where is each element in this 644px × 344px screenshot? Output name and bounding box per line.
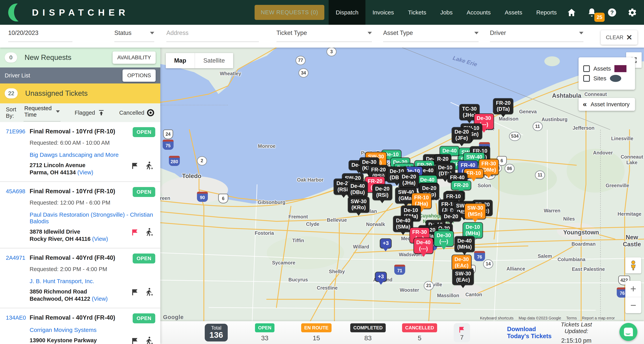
assets-checkbox[interactable] — [583, 65, 590, 72]
marker-label: De-10 — [404, 207, 418, 214]
marker-label: De-30 — [436, 232, 451, 239]
sites-checkbox[interactable] — [583, 75, 590, 82]
map-label-oak-harbor: Oak Harbor — [297, 177, 324, 183]
view-on-map-link[interactable]: (View) — [92, 296, 108, 302]
map-label-greenville: Greenville — [606, 183, 629, 188]
ticket-type-filter-select[interactable]: Ticket Type — [276, 30, 372, 42]
marker-label: FR-20 — [454, 182, 468, 189]
help-icon[interactable]: ? — [607, 8, 617, 18]
street-view-pegman[interactable] — [625, 257, 641, 273]
chat-widget-button[interactable] — [620, 323, 638, 341]
download-todays-tickets-link[interactable]: Download Today's Tickets — [507, 326, 557, 340]
map-marker-de-20[interactable]: De-20 — [442, 212, 461, 221]
ticket-customer-link[interactable]: Corrigan Moving Systems — [30, 327, 155, 333]
map-label-hermitage: Hermitage — [618, 211, 641, 217]
address-filter-input[interactable]: Address — [166, 30, 259, 42]
zoom-in-button[interactable]: + — [625, 281, 641, 297]
home-icon[interactable] — [566, 8, 576, 18]
tab-reports[interactable]: Reports — [529, 0, 564, 25]
map-marker-fr-20[interactable]: FR-20 — [452, 181, 471, 190]
attr-item[interactable]: Map data ©2023 Google — [518, 316, 561, 320]
map-marker-de-40[interactable]: De-40(MHa) — [455, 237, 474, 252]
tab-invoices[interactable]: Invoices — [366, 0, 401, 25]
driver-filter-select[interactable]: Driver — [490, 30, 584, 42]
ticket-row[interactable]: 134AE0Final Removal - 40Yrd (FR-40)OPENC… — [0, 308, 160, 344]
ticket-row[interactable]: 45A698Final Removal - 10Yrd (FR-10)OPENR… — [0, 182, 160, 248]
notifications-bell-icon[interactable]: 25 — [587, 8, 597, 18]
settings-gear-icon[interactable] — [627, 8, 638, 18]
satellite-view-button[interactable]: Satellite — [195, 53, 233, 68]
attr-item[interactable]: Report a map error — [582, 316, 615, 320]
map-marker-fr-10[interactable]: FR-10 — [464, 169, 483, 178]
ticket-row[interactable]: 71E996Final Removal - 10Yrd (FR-10)OPENR… — [0, 122, 160, 182]
tab-accounts[interactable]: Accounts — [460, 0, 498, 25]
sort-select[interactable]: Requested Time — [24, 104, 60, 121]
reassign-walk-button[interactable] — [145, 161, 154, 171]
ticket-flag-button[interactable] — [130, 161, 139, 171]
tab-tickets[interactable]: Tickets — [401, 0, 433, 25]
tab-jobs[interactable]: Jobs — [433, 0, 460, 25]
zoom-out-button[interactable]: − — [625, 297, 641, 313]
ticket-id-link[interactable]: 2A4971 — [6, 255, 30, 261]
reassign-walk-button[interactable] — [145, 287, 154, 297]
map-marker-sw-30[interactable]: SW-30(KRo) — [348, 197, 369, 212]
stat-cancelled: CANCELLED5 — [405, 323, 434, 342]
view-on-map-link[interactable]: (View) — [92, 236, 108, 242]
assets-label: Assets — [593, 65, 611, 72]
ticket-customer-link[interactable]: Big Dawgs Landscaping and More — [30, 151, 155, 158]
ticket-id-link[interactable]: 71E996 — [6, 128, 30, 135]
asset-inventory-button[interactable]: « Asset Inventory — [578, 98, 635, 111]
options-button[interactable]: OPTIONS — [122, 69, 156, 82]
driver-list-header[interactable]: Driver List OPTIONS — [0, 68, 160, 83]
clear-filters-button[interactable]: CLEAR✕ — [601, 30, 638, 45]
ticket-list: 71E996Final Removal - 10Yrd (FR-10)OPENR… — [0, 122, 160, 344]
map-marker-de-40[interactable]: De-40 — [440, 146, 459, 155]
cancelled-visibility-toggle[interactable]: Cancelled — [119, 109, 154, 117]
new-requests-header[interactable]: 0 New Requests AVAILABILITY — [0, 48, 160, 68]
asset-type-filter-select[interactable]: Asset Type — [383, 30, 478, 42]
reassign-walk-button[interactable] — [145, 336, 154, 344]
flagged-sort-toggle[interactable]: Flagged — [74, 109, 105, 117]
pegman-icon — [628, 260, 638, 271]
ticket-row[interactable]: 2A4971Final Removal - 40Yrd (FR-40)OPENR… — [0, 248, 160, 308]
ticket-flag-button[interactable] — [130, 336, 139, 344]
flag-icon — [130, 228, 139, 237]
map-marker-+3[interactable]: +3 — [380, 239, 391, 248]
map-marker-de-30[interactable]: De-30(---) — [434, 231, 453, 246]
ticket-customer-link[interactable]: Paul Davis Restoration (Strongsville) - … — [30, 211, 155, 225]
map-canvas[interactable]: StaplesWheatleyLake ErieMonroeToledoPut-… — [160, 48, 644, 321]
attr-item[interactable]: Terms — [566, 316, 577, 320]
ticket-flag-button[interactable] — [130, 228, 139, 237]
map-marker-+3[interactable]: +3 — [376, 272, 386, 281]
ticket-flag-button[interactable] — [130, 287, 139, 297]
tab-assets[interactable]: Assets — [498, 0, 529, 25]
map-marker-de-40[interactable]: De-40(DBu) — [348, 182, 367, 197]
ticket-id-link[interactable]: 134AE0 — [6, 314, 30, 321]
tab-dispatch[interactable]: Dispatch — [328, 0, 366, 25]
status-filter-select[interactable]: Status — [114, 30, 154, 42]
map-marker-sw-30[interactable]: SW-30(EAc) — [453, 269, 473, 284]
new-requests-button[interactable]: NEW REQUESTS (0) — [254, 5, 324, 20]
map-label-geneva: Geneva — [519, 109, 537, 114]
status-bar: Total 136 OPEN33EN ROUTE15COMPLETED83CAN… — [160, 321, 644, 344]
map-marker-fr-20[interactable]: FR-20(DTa) — [494, 99, 513, 114]
map-marker-r-20[interactable]: R-20 — [435, 155, 451, 164]
map-marker-de-20[interactable]: De-20(RSi) — [373, 185, 392, 200]
map-marker-de-20[interactable]: De-20(JHa) — [399, 173, 418, 188]
attr-item[interactable]: Keyboard shortcuts — [480, 316, 514, 320]
unassigned-tickets-header[interactable]: 22 Unassigned Tickets — [0, 83, 160, 103]
reassign-walk-button[interactable] — [145, 228, 154, 237]
ticket-id-link[interactable]: 45A698 — [6, 188, 30, 195]
map-view-button[interactable]: Map — [166, 53, 195, 68]
map-marker-de-30[interactable]: De-30(EAc) — [452, 255, 471, 270]
date-filter-input[interactable]: 10/20/2023 — [8, 30, 72, 42]
map-attribution[interactable]: Keyboard shortcutsMap data ©2023 GoogleT… — [480, 316, 615, 320]
availability-button[interactable]: AVAILABILITY — [112, 52, 156, 64]
map-marker-de-40[interactable]: De-40(---) — [414, 238, 433, 253]
map-marker-de-10[interactable]: De-10(MHa) — [463, 223, 482, 238]
map-marker-de-20[interactable]: De-20(JFe) — [452, 128, 471, 143]
marker-label: SW-30 — [455, 271, 471, 277]
map-marker-sw-30[interactable]: SW-30(MSn) — [465, 204, 486, 219]
ticket-customer-link[interactable]: J. B. Hunt Transport, Inc. — [30, 278, 155, 284]
view-on-map-link[interactable]: (View) — [77, 169, 93, 176]
